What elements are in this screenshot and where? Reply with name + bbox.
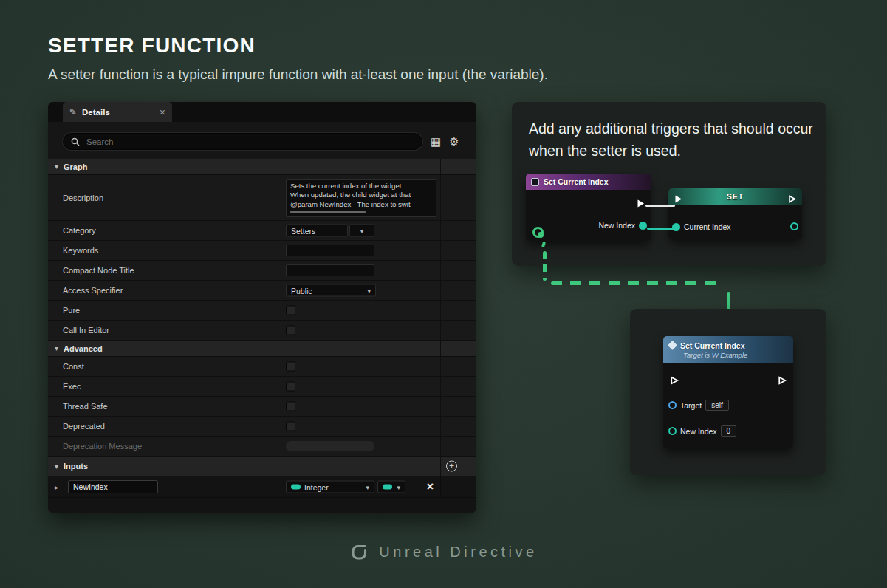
description-textarea[interactable]: Sets the current index of the widget. Wh…	[286, 179, 436, 217]
call-in-editor-checkbox[interactable]	[286, 326, 295, 335]
node-set[interactable]: SET Current Index	[668, 188, 802, 239]
pin-label: Target	[680, 401, 702, 410]
section-header-inputs[interactable]: ▾ Inputs +	[48, 457, 476, 476]
section-label: Inputs	[64, 462, 88, 471]
callout-panel: Add any additional triggers that should …	[512, 102, 826, 266]
pin-label: Current Index	[684, 222, 731, 231]
exec-checkbox[interactable]	[286, 382, 295, 392]
input-row-newindex: ▸ Integer ▾ ▾ ×	[48, 476, 476, 498]
row-label: Const	[63, 362, 84, 371]
exec-in-pin[interactable]	[674, 194, 683, 204]
row-label: Access Specifier	[63, 286, 123, 295]
row-label: Description	[63, 194, 103, 202]
section-label: Graph	[64, 163, 87, 171]
row-compact-node-title: Compact Node Title	[48, 261, 476, 281]
section-header-graph[interactable]: ▾ Graph	[48, 159, 476, 175]
row-const: Const	[48, 357, 476, 377]
pin-label: New Index	[680, 427, 717, 436]
exec-out-pin[interactable]	[636, 199, 645, 208]
chevron-down-icon: ▾	[360, 227, 364, 234]
node-title: Set Current Index	[544, 177, 609, 186]
row-thread-safe: Thread Safe	[48, 397, 476, 417]
thread-safe-checkbox[interactable]	[286, 402, 295, 411]
new-index-input-pin[interactable]	[668, 427, 677, 435]
current-index-input-pin[interactable]	[672, 223, 680, 231]
row-label: Exec	[63, 382, 81, 391]
chevron-down-icon: ▾	[55, 163, 58, 171]
node-header: Set Current Index Target is W Example	[663, 336, 793, 363]
node-header: Set Current Index	[526, 174, 651, 190]
expander-icon[interactable]: ▸	[55, 483, 58, 491]
exec-out-pin[interactable]	[777, 375, 787, 386]
search-input[interactable]	[85, 137, 414, 147]
input-name-field[interactable]	[68, 480, 158, 493]
remove-input-button[interactable]: ×	[427, 481, 434, 493]
node-set-current-index-function[interactable]: Set Current Index Target is W Example Ta…	[663, 336, 793, 448]
row-exec: Exec	[48, 377, 476, 397]
node-subtitle: Target is W Example	[669, 351, 787, 359]
guide-dashed-line-vertical	[543, 251, 547, 281]
result-panel: Set Current Index Target is W Example Ta…	[630, 309, 826, 475]
deprecation-message-input[interactable]	[286, 441, 374, 451]
row-deprecation-message: Deprecation Message	[48, 437, 476, 457]
scrollbar[interactable]	[290, 211, 366, 213]
new-index-value-box[interactable]: 0	[721, 425, 737, 437]
pure-checkbox[interactable]	[286, 306, 295, 315]
node-set-current-index-event[interactable]: Set Current Index New Index	[526, 174, 651, 241]
chevron-down-icon: ▾	[397, 483, 400, 490]
row-pure: Pure	[48, 301, 476, 321]
exec-out-pin[interactable]	[787, 194, 797, 204]
const-checkbox[interactable]	[286, 362, 295, 372]
gear-icon[interactable]: ⚙	[449, 136, 459, 147]
data-wire	[647, 228, 677, 230]
chevron-down-icon: ▾	[55, 462, 58, 471]
target-value-box[interactable]: self	[705, 400, 729, 411]
new-index-output-pin[interactable]	[639, 222, 647, 230]
row-access-specifier: Access Specifier Public ▾	[48, 281, 476, 301]
row-category: Category Setters ▾	[48, 221, 476, 241]
row-label: Deprecated	[63, 422, 105, 431]
search-icon	[71, 137, 80, 146]
keywords-input[interactable]	[286, 245, 374, 256]
target-input-pin[interactable]	[668, 401, 677, 409]
column-view-icon[interactable]: ▦	[431, 136, 441, 147]
event-node-icon	[531, 178, 539, 186]
integer-pin-icon	[291, 485, 301, 490]
add-input-button[interactable]: +	[446, 461, 457, 472]
compact-node-title-input[interactable]	[286, 264, 374, 276]
tab-details-label: Details	[82, 108, 110, 117]
exec-in-pin[interactable]	[669, 375, 679, 386]
row-deprecated: Deprecated	[48, 417, 476, 437]
row-label: Thread Safe	[63, 402, 108, 411]
input-type-value: Integer	[304, 482, 329, 491]
page-subtitle: A setter function is a typical impure fu…	[48, 66, 548, 83]
footer-brand: Unreal Directive	[0, 542, 887, 562]
section-header-advanced[interactable]: ▾ Advanced	[48, 341, 476, 357]
exec-wire	[645, 205, 675, 207]
deprecated-checkbox[interactable]	[286, 422, 295, 431]
access-specifier-dropdown[interactable]: Public ▾	[286, 284, 376, 297]
chevron-down-icon: ▾	[367, 287, 371, 294]
row-label: Category	[63, 226, 96, 235]
description-line: When updated, the child widget at that	[290, 191, 432, 199]
row-call-in-editor: Call In Editor	[48, 321, 476, 341]
brand-text: Unreal Directive	[379, 544, 537, 561]
container-type-dropdown[interactable]: ▾	[377, 481, 405, 493]
pin-label: New Index	[598, 221, 635, 230]
category-value[interactable]: Setters	[286, 225, 348, 237]
row-description: Description Sets the current index of th…	[48, 175, 476, 221]
close-icon[interactable]: ×	[160, 107, 165, 117]
row-label: Compact Node Title	[63, 266, 134, 275]
input-type-dropdown[interactable]: Integer ▾	[286, 481, 374, 493]
row-label: Pure	[63, 306, 80, 315]
category-dropdown-button[interactable]: ▾	[349, 225, 374, 237]
tab-details[interactable]: ✎ Details ×	[63, 102, 172, 122]
current-index-output-pin[interactable]	[790, 222, 798, 230]
search-row: ▦ ⚙	[48, 122, 476, 159]
function-node-icon	[668, 341, 677, 350]
category-text: Setters	[291, 226, 315, 235]
page-title: SETTER FUNCTION	[48, 34, 256, 58]
search-box[interactable]	[63, 133, 422, 150]
row-keywords: Keywords	[48, 241, 476, 261]
details-panel: ✎ Details × ▦ ⚙ ▾ Graph Description Sets…	[48, 102, 476, 513]
